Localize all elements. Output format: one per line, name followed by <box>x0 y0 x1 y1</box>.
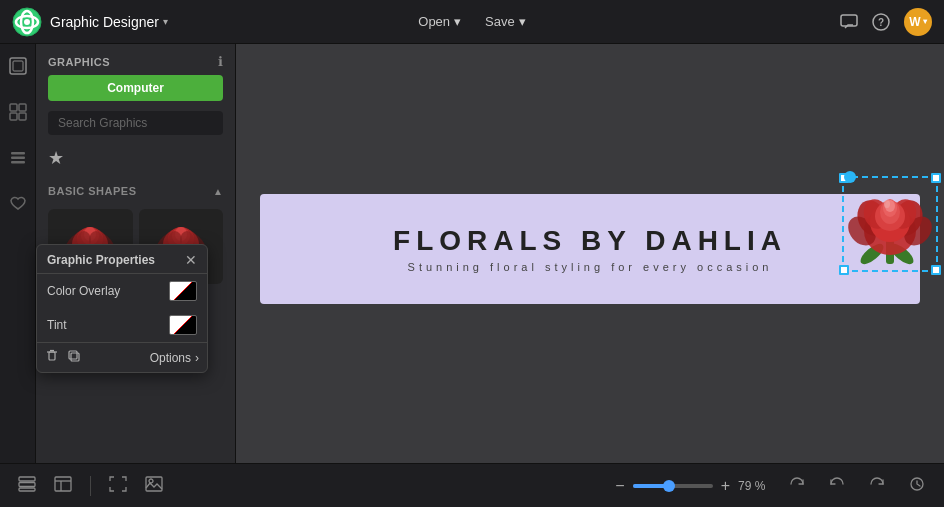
table-icon[interactable] <box>50 472 76 500</box>
rose-graphic <box>842 176 938 272</box>
topbar-right: ? W ▾ <box>840 8 932 36</box>
history-icon[interactable] <box>904 472 930 500</box>
canvas-area[interactable]: FLORALS BY DAHLIA Stunning floral stylin… <box>236 44 944 463</box>
svg-rect-15 <box>11 161 25 164</box>
svg-rect-46 <box>69 351 77 359</box>
redo-icon[interactable] <box>864 472 890 500</box>
save-chevron: ▾ <box>519 14 526 29</box>
topbar-center: Open ▾ Save ▾ <box>408 10 535 33</box>
user-avatar[interactable]: W ▾ <box>904 8 932 36</box>
svg-point-3 <box>24 19 30 25</box>
bottom-right-icons <box>784 472 930 500</box>
svg-rect-10 <box>19 104 26 111</box>
layers-icon[interactable] <box>14 472 40 500</box>
sidebar-item-layers[interactable] <box>4 52 32 80</box>
svg-rect-7 <box>10 58 26 74</box>
options-chevron: › <box>195 351 199 365</box>
basic-shapes-chevron: ▲ <box>213 186 223 197</box>
info-icon[interactable]: ℹ <box>218 54 223 69</box>
trash-icon[interactable] <box>45 349 59 366</box>
svg-rect-63 <box>19 477 35 481</box>
undo-icon[interactable] <box>824 472 850 500</box>
zoom-control: − + 79 % <box>615 477 774 495</box>
options-label: Options <box>150 351 191 365</box>
svg-rect-11 <box>10 113 17 120</box>
app-name[interactable]: Graphic Designer ▾ <box>50 14 168 30</box>
banner-title: FLORALS BY DAHLIA <box>393 225 787 257</box>
expand-icon[interactable] <box>105 472 131 500</box>
open-button[interactable]: Open ▾ <box>408 10 471 33</box>
panel-title: GRAPHICS <box>48 56 110 68</box>
refresh-icon[interactable] <box>784 472 810 500</box>
tint-swatch[interactable] <box>169 315 197 335</box>
app-name-chevron: ▾ <box>163 16 168 27</box>
panel-header: GRAPHICS ℹ <box>36 44 235 75</box>
svg-point-62 <box>884 200 890 208</box>
svg-rect-66 <box>55 477 71 491</box>
basic-shapes-section[interactable]: BASIC SHAPES ▲ <box>36 177 235 203</box>
sidebar-item-grid[interactable] <box>4 98 32 126</box>
save-label: Save <box>485 14 515 29</box>
popup-footer: Options › <box>37 342 207 372</box>
source-button[interactable]: Computer <box>48 75 223 101</box>
search-input[interactable] <box>48 111 223 135</box>
favorites-row: ★ <box>36 145 235 177</box>
graphic-properties-popup: Graphic Properties ✕ Color Overlay Tint <box>36 244 208 373</box>
zoom-slider[interactable] <box>633 484 713 488</box>
zoom-value: 79 % <box>738 479 774 493</box>
svg-rect-42 <box>49 352 55 360</box>
banner: FLORALS BY DAHLIA Stunning floral stylin… <box>260 194 920 304</box>
sidebar-item-heart[interactable] <box>4 190 32 218</box>
color-overlay-row: Color Overlay <box>37 274 207 308</box>
app-name-label: Graphic Designer <box>50 14 159 30</box>
svg-rect-8 <box>13 61 23 71</box>
svg-rect-14 <box>11 157 25 160</box>
canvas-content: FLORALS BY DAHLIA Stunning floral stylin… <box>260 194 920 314</box>
basic-shapes-title: BASIC SHAPES <box>48 185 137 197</box>
tint-label: Tint <box>47 318 67 332</box>
popup-header: Graphic Properties ✕ <box>37 245 207 274</box>
open-label: Open <box>418 14 450 29</box>
svg-rect-45 <box>71 353 79 361</box>
help-button[interactable]: ? <box>872 13 890 31</box>
image-icon[interactable] <box>141 472 167 500</box>
bottom-bar: − + 79 % <box>0 463 944 507</box>
open-chevron: ▾ <box>454 14 461 29</box>
svg-rect-12 <box>19 113 26 120</box>
popup-title: Graphic Properties <box>47 253 155 267</box>
zoom-out-button[interactable]: − <box>615 477 624 495</box>
options-button[interactable]: Options › <box>150 351 199 365</box>
popup-footer-icons <box>45 349 81 366</box>
svg-rect-64 <box>19 482 35 486</box>
svg-rect-65 <box>19 488 35 491</box>
zoom-in-button[interactable]: + <box>721 477 730 495</box>
svg-rect-13 <box>11 152 25 155</box>
svg-text:?: ? <box>878 17 884 28</box>
copy-icon[interactable] <box>67 349 81 366</box>
star-icon[interactable]: ★ <box>48 147 64 169</box>
icon-sidebar <box>0 44 36 463</box>
popup-close-button[interactable]: ✕ <box>185 253 197 267</box>
color-overlay-label: Color Overlay <box>47 284 120 298</box>
svg-point-70 <box>149 479 153 483</box>
zoom-thumb <box>663 480 675 492</box>
svg-rect-9 <box>10 104 17 111</box>
banner-subtitle: Stunning floral styling for every occasi… <box>408 261 773 273</box>
selected-graphic-container[interactable] <box>842 176 938 272</box>
left-panel: GRAPHICS ℹ Computer ★ BASIC SHAPES ▲ <box>36 44 236 463</box>
save-button[interactable]: Save ▾ <box>475 10 536 33</box>
divider1 <box>90 476 91 496</box>
color-overlay-swatch[interactable] <box>169 281 197 301</box>
sidebar-item-bars[interactable] <box>4 144 32 172</box>
tint-row: Tint <box>37 308 207 342</box>
main-area: GRAPHICS ℹ Computer ★ BASIC SHAPES ▲ <box>0 44 944 463</box>
app-logo[interactable] <box>12 7 42 37</box>
comment-button[interactable] <box>840 14 858 30</box>
topbar: Graphic Designer ▾ Open ▾ Save ▾ ? W ▾ <box>0 0 944 44</box>
